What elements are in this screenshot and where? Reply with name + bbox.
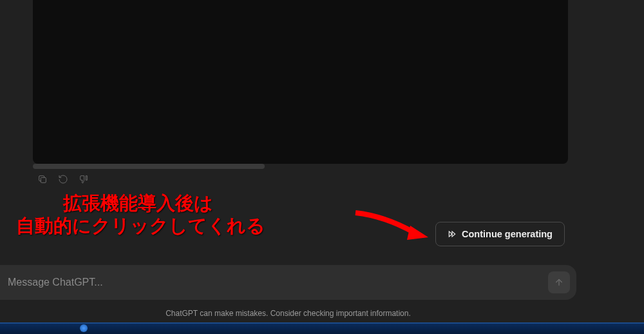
horizontal-scrollbar[interactable]: [33, 164, 265, 169]
taskbar-indicator: [80, 324, 88, 332]
annotation-arrow: [352, 206, 430, 242]
copy-icon[interactable]: [36, 173, 49, 186]
code-block-area: [33, 0, 568, 164]
regenerate-icon[interactable]: [57, 173, 70, 186]
svg-rect-0: [41, 177, 46, 182]
thumbs-down-icon[interactable]: [77, 173, 90, 186]
continue-button-label: Continue generating: [462, 229, 553, 239]
message-action-bar: [36, 173, 90, 186]
fast-forward-icon: [448, 230, 457, 239]
arrow-up-icon: [554, 277, 564, 288]
continue-generating-button[interactable]: Continue generating: [435, 222, 565, 246]
send-button[interactable]: [548, 271, 570, 293]
svg-marker-2: [449, 231, 452, 237]
annotation-line2: 自動的にクリックしてくれる: [16, 215, 265, 236]
svg-marker-1: [407, 226, 428, 240]
disclaimer-text: ChatGPT can make mistakes. Consider chec…: [0, 309, 576, 318]
annotation-line1: 拡張機能導入後は: [16, 193, 213, 213]
message-input[interactable]: [8, 277, 548, 288]
annotation-text: 拡張機能導入後は 自動的にクリックしてくれる: [16, 192, 265, 237]
message-input-container: [0, 265, 576, 300]
taskbar: [0, 322, 644, 334]
